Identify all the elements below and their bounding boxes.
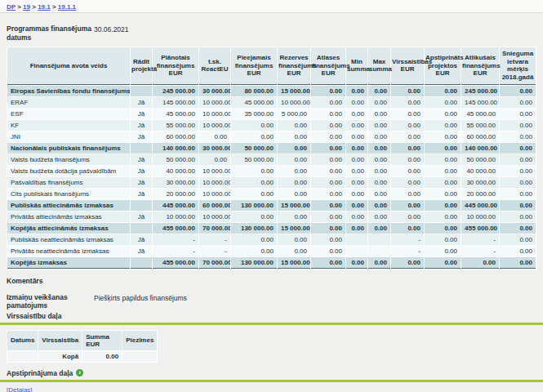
cell-value: Jā	[131, 177, 152, 188]
cell-value: 0.00	[500, 97, 536, 108]
cell-value: 0.00	[500, 131, 536, 142]
cell-value: 0.00	[231, 246, 277, 256]
section-row: Kopējās attiecināmās izmaksas455 000.007…	[7, 223, 536, 234]
cell-value: 0.00	[391, 189, 424, 199]
cell-value: 0.00	[391, 97, 424, 108]
breadcrumb-link-19-1[interactable]: 19.1	[38, 3, 51, 11]
page-content: Programmas finansējuma datums 30.06.2021…	[0, 24, 543, 392]
cell-value: 0.00	[368, 143, 390, 154]
cell-value: 50 000.00	[231, 143, 277, 154]
cell-value: 0.00	[231, 131, 277, 142]
cell-value: 0.00	[311, 143, 345, 154]
cell-value: 140 000.00	[461, 143, 499, 154]
cell-value: 0.00	[368, 86, 390, 96]
section-row: Nacionālais publiskais finansējums140 00…	[7, 143, 536, 154]
cell-value: 0.00	[278, 246, 310, 256]
table-row: Pašvaldības finansējumsJā30 000.0010 000…	[7, 177, 536, 188]
column-header: t.sk. ReactEU	[199, 47, 230, 84]
cell-value: 0.00	[391, 131, 424, 142]
cell-value: 0.00	[346, 154, 367, 165]
breadcrumb-link-19-1-1[interactable]: 19.1.1	[58, 3, 76, 11]
cell-value: 0.00	[346, 212, 367, 222]
cell-value: 0.00	[391, 154, 424, 165]
cell-value: 0.00	[425, 166, 461, 176]
cell-value: 0.00	[425, 212, 461, 222]
cell-value: 0.00	[278, 212, 310, 222]
virssaistibas-title-text: Virssaistību daļa	[7, 312, 61, 320]
details-link[interactable]: [Detaļas]	[7, 386, 33, 392]
virssaistibas-total-row: Kopā 0.00	[7, 351, 157, 362]
cell-value: 20 000.00	[153, 189, 198, 199]
cell-value: 0.00	[311, 120, 345, 131]
info-icon[interactable]: i	[76, 369, 83, 376]
cell-value: 0.00	[391, 166, 424, 176]
cell-value: 0.00	[425, 200, 461, 211]
breadcrumb-link-DP[interactable]: DP	[7, 3, 16, 11]
cell-value	[368, 246, 390, 256]
cell-value: 130 000.00	[231, 200, 277, 211]
cell-value	[131, 200, 152, 211]
cell-value: 0.00	[311, 200, 345, 211]
total-label: Kopā	[38, 351, 82, 362]
cell-value: 70 000.00	[199, 223, 230, 234]
column-header: Piezīmes	[122, 331, 157, 350]
cell-value: 0.00	[500, 189, 536, 199]
cell-value: 0.00	[368, 120, 390, 131]
cell-value: 0.00	[500, 177, 536, 188]
column-header: Rādīt projektā	[131, 47, 152, 84]
cell-value: Jā	[131, 189, 152, 199]
cell-value: 455 000.00	[461, 223, 499, 234]
cell-value: 0.00	[500, 86, 536, 96]
financing-table-header: Finansējuma avota veidsRādīt projektāPlā…	[7, 47, 536, 84]
cell-value: 0.00	[311, 109, 345, 119]
cell-value: 10 000.00	[199, 177, 230, 188]
breadcrumb-link-19[interactable]: 19	[23, 3, 30, 11]
cell-value: 80 000.00	[231, 86, 277, 96]
row-label: Publiskās attiecināmās izmaksas	[7, 200, 130, 211]
cell-value	[131, 143, 152, 154]
cell-value: 145 000.00	[153, 97, 198, 108]
cell-value: 0.00	[231, 189, 277, 199]
cell-value	[346, 234, 367, 245]
cell-value: 0.00	[368, 97, 390, 108]
cell-value: 130 000.00	[231, 223, 277, 234]
cell-value: 35 000.00	[231, 109, 277, 119]
cell-value: 0.00	[346, 143, 367, 154]
cell-value: 0.00	[346, 257, 367, 269]
table-row: Privātās attiecināmās izmaksasJā10 000.0…	[7, 212, 536, 222]
cell-value: 0.00	[346, 131, 367, 142]
cell-value: Jā	[131, 154, 152, 165]
cell-value: 10 000.00	[199, 166, 230, 176]
cell-value: 10 000.00	[199, 120, 230, 131]
cell-value: 0.00	[311, 257, 345, 269]
cell-value: 15 000.00	[278, 86, 310, 96]
cell-value: 0.00	[311, 189, 345, 199]
cell-value: 0.00	[346, 223, 367, 234]
cell-value: 0.00	[368, 177, 390, 188]
cell-value: 0.00	[278, 189, 310, 199]
cell-value: 0.00	[311, 86, 345, 96]
cell-value: 445 000.00	[461, 200, 499, 211]
empty-cell	[122, 351, 157, 362]
cell-value: 0.00	[311, 246, 345, 256]
cell-value: 0.00	[231, 234, 277, 245]
cell-value: 0.00	[391, 109, 424, 119]
cell-value: Jā	[131, 246, 152, 256]
cell-value: 0.00	[425, 143, 461, 154]
cell-value: 0.00	[278, 177, 310, 188]
table-row: Publiskās neattiecināmās izmaksasJā--0.0…	[7, 234, 536, 245]
cell-value: -	[153, 234, 198, 245]
cell-value: 0.00	[368, 189, 390, 199]
section-divider	[0, 323, 543, 325]
section-row: Publiskās attiecināmās izmaksas445 000.0…	[7, 200, 536, 211]
column-header: Virssaistība	[38, 331, 82, 350]
cell-value: 0.00	[368, 223, 390, 234]
cell-value: 10 000.00	[199, 212, 230, 222]
cell-value: 0.00	[231, 166, 277, 176]
cell-value: -	[199, 246, 230, 256]
cell-value: 0.00	[346, 86, 367, 96]
cell-value: 0.00	[425, 120, 461, 131]
cell-value	[131, 86, 152, 96]
cell-value: 0.00	[425, 246, 461, 256]
cell-value: 10 000.00	[278, 97, 310, 108]
